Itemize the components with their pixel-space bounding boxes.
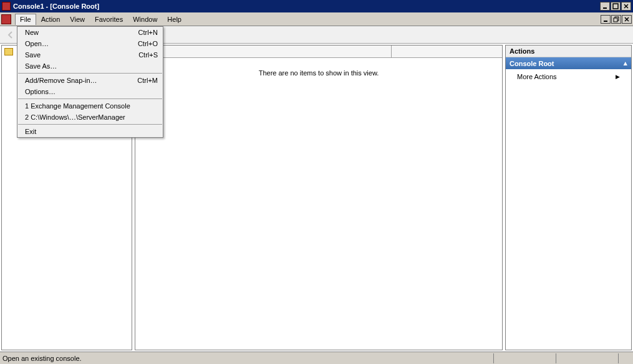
mdi-restore-button[interactable] — [611, 15, 621, 24]
mdi-minimize-button[interactable] — [601, 15, 611, 24]
content-pane[interactable]: There are no items to show in this view. — [135, 45, 503, 350]
svg-rect-1 — [613, 4, 618, 9]
menu-view[interactable]: View — [65, 14, 90, 25]
status-cell — [493, 353, 556, 363]
status-bar: Open an existing console. — [0, 352, 633, 364]
menu-action[interactable]: Action — [36, 14, 65, 25]
menu-help[interactable]: Help — [162, 14, 186, 25]
title-bar: Console1 - [Console Root] — [0, 0, 633, 12]
menu-shortcut: Ctrl+S — [138, 51, 158, 59]
app-icon — [2, 2, 11, 11]
menu-window[interactable]: Window — [128, 14, 162, 25]
menu-separator — [18, 124, 162, 125]
mdi-controls — [601, 15, 632, 24]
window-title: Console1 - [Console Root] — [13, 2, 600, 10]
menu-separator — [18, 98, 162, 99]
minimize-button[interactable] — [600, 2, 610, 11]
menu-label: Exit — [25, 128, 36, 135]
menu-label: Add/Remove Snap-in… — [25, 77, 97, 84]
svg-rect-6 — [614, 18, 617, 22]
actions-pane: Actions Console Root ▴ More Actions ▶ — [505, 45, 632, 350]
menu-item-open[interactable]: Open…Ctrl+O — [17, 38, 163, 49]
menu-label: 2 C:\Windows\…\ServerManager — [25, 113, 125, 121]
back-button — [4, 28, 17, 42]
menu-item-recent-1[interactable]: 1 Exchange Management Console — [17, 100, 163, 112]
chevron-up-icon: ▴ — [624, 59, 627, 67]
menu-label: 1 Exchange Management Console — [25, 102, 130, 110]
menu-item-exit[interactable]: Exit — [17, 126, 163, 137]
menu-label: Options… — [25, 88, 56, 95]
menu-label: New — [25, 29, 39, 36]
menu-shortcut: Ctrl+O — [138, 40, 158, 47]
menu-favorites[interactable]: Favorites — [90, 14, 128, 25]
resize-grip[interactable] — [618, 353, 631, 363]
menu-shortcut: Ctrl+M — [137, 77, 158, 84]
window-controls — [600, 2, 631, 11]
menu-label: Open… — [25, 40, 49, 47]
status-text: Open an existing console. — [2, 355, 493, 362]
column-divider[interactable] — [391, 46, 392, 57]
menu-item-save-as[interactable]: Save As… — [17, 60, 163, 72]
status-cell — [556, 353, 618, 363]
menu-label: Save — [25, 51, 41, 59]
mdi-close-button[interactable] — [622, 15, 632, 24]
actions-title: Actions — [506, 46, 631, 57]
actions-section-header[interactable]: Console Root ▴ — [506, 57, 631, 69]
menu-item-new[interactable]: NewCtrl+N — [17, 27, 163, 38]
column-header-row[interactable] — [135, 46, 502, 58]
document-icon — [1, 14, 11, 24]
menu-item-save[interactable]: SaveCtrl+S — [17, 49, 163, 60]
menu-file[interactable]: File — [15, 14, 36, 25]
menu-separator — [18, 73, 162, 74]
submenu-arrow-icon: ▶ — [616, 74, 620, 80]
menu-item-options[interactable]: Options… — [17, 86, 163, 97]
section-label: Console Root — [510, 60, 554, 67]
menu-bar: File Action View Favorites Window Help — [0, 12, 633, 26]
menu-item-snapin[interactable]: Add/Remove Snap-in…Ctrl+M — [17, 75, 163, 86]
close-button[interactable] — [621, 2, 631, 11]
action-more-actions[interactable]: More Actions ▶ — [506, 69, 631, 84]
menu-label: Save As… — [25, 62, 57, 70]
folder-icon — [4, 48, 13, 55]
menu-item-recent-2[interactable]: 2 C:\Windows\…\ServerManager — [17, 112, 163, 123]
file-dropdown: NewCtrl+N Open…Ctrl+O SaveCtrl+S Save As… — [17, 26, 163, 138]
action-label: More Actions — [517, 73, 557, 80]
maximize-button[interactable] — [611, 2, 621, 11]
empty-message: There are no items to show in this view. — [135, 58, 502, 77]
menu-shortcut: Ctrl+N — [138, 29, 158, 36]
